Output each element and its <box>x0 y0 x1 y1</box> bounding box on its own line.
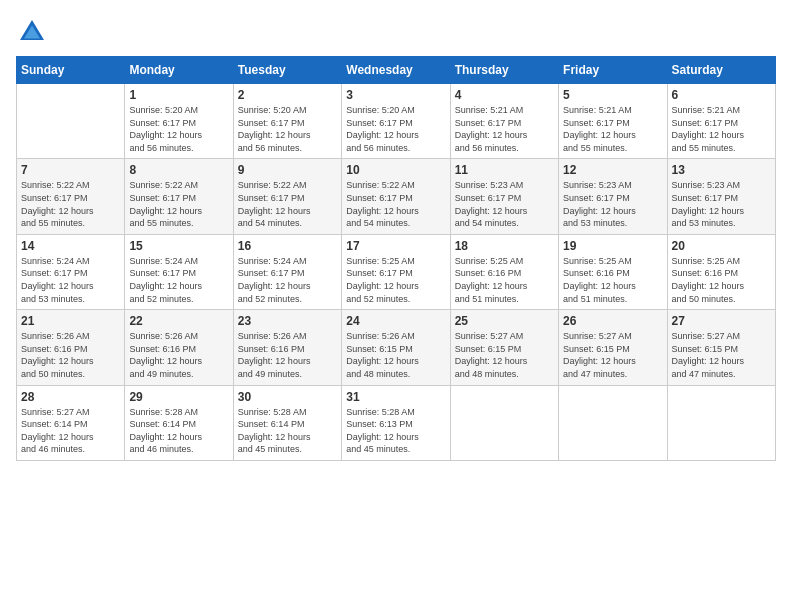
weekday-header-saturday: Saturday <box>667 57 775 84</box>
page-header <box>16 16 776 48</box>
day-number: 25 <box>455 314 554 328</box>
calendar-week-row: 21Sunrise: 5:26 AM Sunset: 6:16 PM Dayli… <box>17 310 776 385</box>
calendar-cell <box>559 385 667 460</box>
day-info: Sunrise: 5:22 AM Sunset: 6:17 PM Dayligh… <box>346 179 445 229</box>
day-number: 1 <box>129 88 228 102</box>
day-info: Sunrise: 5:27 AM Sunset: 6:15 PM Dayligh… <box>455 330 554 380</box>
weekday-header-tuesday: Tuesday <box>233 57 341 84</box>
calendar-cell <box>667 385 775 460</box>
day-info: Sunrise: 5:25 AM Sunset: 6:16 PM Dayligh… <box>455 255 554 305</box>
day-number: 17 <box>346 239 445 253</box>
calendar-cell: 1Sunrise: 5:20 AM Sunset: 6:17 PM Daylig… <box>125 84 233 159</box>
day-number: 31 <box>346 390 445 404</box>
calendar-cell: 13Sunrise: 5:23 AM Sunset: 6:17 PM Dayli… <box>667 159 775 234</box>
day-number: 19 <box>563 239 662 253</box>
day-number: 8 <box>129 163 228 177</box>
calendar-week-row: 14Sunrise: 5:24 AM Sunset: 6:17 PM Dayli… <box>17 234 776 309</box>
weekday-header-monday: Monday <box>125 57 233 84</box>
day-number: 12 <box>563 163 662 177</box>
day-info: Sunrise: 5:26 AM Sunset: 6:16 PM Dayligh… <box>238 330 337 380</box>
calendar-cell: 18Sunrise: 5:25 AM Sunset: 6:16 PM Dayli… <box>450 234 558 309</box>
day-number: 30 <box>238 390 337 404</box>
day-number: 28 <box>21 390 120 404</box>
day-number: 16 <box>238 239 337 253</box>
calendar-cell: 2Sunrise: 5:20 AM Sunset: 6:17 PM Daylig… <box>233 84 341 159</box>
day-number: 7 <box>21 163 120 177</box>
calendar-cell: 19Sunrise: 5:25 AM Sunset: 6:16 PM Dayli… <box>559 234 667 309</box>
day-number: 14 <box>21 239 120 253</box>
day-info: Sunrise: 5:28 AM Sunset: 6:13 PM Dayligh… <box>346 406 445 456</box>
day-info: Sunrise: 5:28 AM Sunset: 6:14 PM Dayligh… <box>238 406 337 456</box>
weekday-header-friday: Friday <box>559 57 667 84</box>
day-number: 5 <box>563 88 662 102</box>
day-info: Sunrise: 5:28 AM Sunset: 6:14 PM Dayligh… <box>129 406 228 456</box>
day-number: 22 <box>129 314 228 328</box>
calendar-cell <box>17 84 125 159</box>
calendar-cell: 25Sunrise: 5:27 AM Sunset: 6:15 PM Dayli… <box>450 310 558 385</box>
day-info: Sunrise: 5:21 AM Sunset: 6:17 PM Dayligh… <box>455 104 554 154</box>
day-number: 6 <box>672 88 771 102</box>
day-number: 24 <box>346 314 445 328</box>
day-info: Sunrise: 5:27 AM Sunset: 6:15 PM Dayligh… <box>563 330 662 380</box>
day-info: Sunrise: 5:22 AM Sunset: 6:17 PM Dayligh… <box>21 179 120 229</box>
day-number: 20 <box>672 239 771 253</box>
weekday-header-sunday: Sunday <box>17 57 125 84</box>
day-info: Sunrise: 5:21 AM Sunset: 6:17 PM Dayligh… <box>563 104 662 154</box>
day-info: Sunrise: 5:24 AM Sunset: 6:17 PM Dayligh… <box>21 255 120 305</box>
calendar-cell: 28Sunrise: 5:27 AM Sunset: 6:14 PM Dayli… <box>17 385 125 460</box>
day-info: Sunrise: 5:23 AM Sunset: 6:17 PM Dayligh… <box>563 179 662 229</box>
calendar-cell: 5Sunrise: 5:21 AM Sunset: 6:17 PM Daylig… <box>559 84 667 159</box>
calendar-cell: 20Sunrise: 5:25 AM Sunset: 6:16 PM Dayli… <box>667 234 775 309</box>
day-info: Sunrise: 5:24 AM Sunset: 6:17 PM Dayligh… <box>129 255 228 305</box>
calendar-cell: 8Sunrise: 5:22 AM Sunset: 6:17 PM Daylig… <box>125 159 233 234</box>
day-info: Sunrise: 5:20 AM Sunset: 6:17 PM Dayligh… <box>238 104 337 154</box>
logo-icon <box>16 16 48 48</box>
calendar-cell: 10Sunrise: 5:22 AM Sunset: 6:17 PM Dayli… <box>342 159 450 234</box>
calendar-week-row: 1Sunrise: 5:20 AM Sunset: 6:17 PM Daylig… <box>17 84 776 159</box>
calendar-cell: 27Sunrise: 5:27 AM Sunset: 6:15 PM Dayli… <box>667 310 775 385</box>
day-info: Sunrise: 5:27 AM Sunset: 6:14 PM Dayligh… <box>21 406 120 456</box>
weekday-header-thursday: Thursday <box>450 57 558 84</box>
day-number: 4 <box>455 88 554 102</box>
day-info: Sunrise: 5:25 AM Sunset: 6:16 PM Dayligh… <box>563 255 662 305</box>
calendar-cell: 12Sunrise: 5:23 AM Sunset: 6:17 PM Dayli… <box>559 159 667 234</box>
day-info: Sunrise: 5:27 AM Sunset: 6:15 PM Dayligh… <box>672 330 771 380</box>
calendar-cell: 29Sunrise: 5:28 AM Sunset: 6:14 PM Dayli… <box>125 385 233 460</box>
calendar-cell: 22Sunrise: 5:26 AM Sunset: 6:16 PM Dayli… <box>125 310 233 385</box>
day-info: Sunrise: 5:23 AM Sunset: 6:17 PM Dayligh… <box>672 179 771 229</box>
day-info: Sunrise: 5:23 AM Sunset: 6:17 PM Dayligh… <box>455 179 554 229</box>
calendar-cell: 7Sunrise: 5:22 AM Sunset: 6:17 PM Daylig… <box>17 159 125 234</box>
calendar-table: SundayMondayTuesdayWednesdayThursdayFrid… <box>16 56 776 461</box>
day-info: Sunrise: 5:22 AM Sunset: 6:17 PM Dayligh… <box>129 179 228 229</box>
calendar-cell: 21Sunrise: 5:26 AM Sunset: 6:16 PM Dayli… <box>17 310 125 385</box>
calendar-cell: 23Sunrise: 5:26 AM Sunset: 6:16 PM Dayli… <box>233 310 341 385</box>
day-number: 18 <box>455 239 554 253</box>
day-number: 21 <box>21 314 120 328</box>
calendar-week-row: 28Sunrise: 5:27 AM Sunset: 6:14 PM Dayli… <box>17 385 776 460</box>
day-number: 13 <box>672 163 771 177</box>
calendar-cell: 24Sunrise: 5:26 AM Sunset: 6:15 PM Dayli… <box>342 310 450 385</box>
day-number: 3 <box>346 88 445 102</box>
calendar-cell: 6Sunrise: 5:21 AM Sunset: 6:17 PM Daylig… <box>667 84 775 159</box>
weekday-header-row: SundayMondayTuesdayWednesdayThursdayFrid… <box>17 57 776 84</box>
day-number: 26 <box>563 314 662 328</box>
day-info: Sunrise: 5:26 AM Sunset: 6:16 PM Dayligh… <box>21 330 120 380</box>
day-number: 29 <box>129 390 228 404</box>
calendar-cell: 17Sunrise: 5:25 AM Sunset: 6:17 PM Dayli… <box>342 234 450 309</box>
calendar-cell: 15Sunrise: 5:24 AM Sunset: 6:17 PM Dayli… <box>125 234 233 309</box>
calendar-cell: 31Sunrise: 5:28 AM Sunset: 6:13 PM Dayli… <box>342 385 450 460</box>
day-info: Sunrise: 5:25 AM Sunset: 6:16 PM Dayligh… <box>672 255 771 305</box>
calendar-cell: 26Sunrise: 5:27 AM Sunset: 6:15 PM Dayli… <box>559 310 667 385</box>
calendar-cell: 11Sunrise: 5:23 AM Sunset: 6:17 PM Dayli… <box>450 159 558 234</box>
day-info: Sunrise: 5:22 AM Sunset: 6:17 PM Dayligh… <box>238 179 337 229</box>
calendar-cell: 3Sunrise: 5:20 AM Sunset: 6:17 PM Daylig… <box>342 84 450 159</box>
calendar-cell: 16Sunrise: 5:24 AM Sunset: 6:17 PM Dayli… <box>233 234 341 309</box>
day-number: 23 <box>238 314 337 328</box>
day-info: Sunrise: 5:26 AM Sunset: 6:15 PM Dayligh… <box>346 330 445 380</box>
day-number: 10 <box>346 163 445 177</box>
day-number: 15 <box>129 239 228 253</box>
calendar-cell <box>450 385 558 460</box>
calendar-cell: 14Sunrise: 5:24 AM Sunset: 6:17 PM Dayli… <box>17 234 125 309</box>
weekday-header-wednesday: Wednesday <box>342 57 450 84</box>
day-info: Sunrise: 5:20 AM Sunset: 6:17 PM Dayligh… <box>129 104 228 154</box>
